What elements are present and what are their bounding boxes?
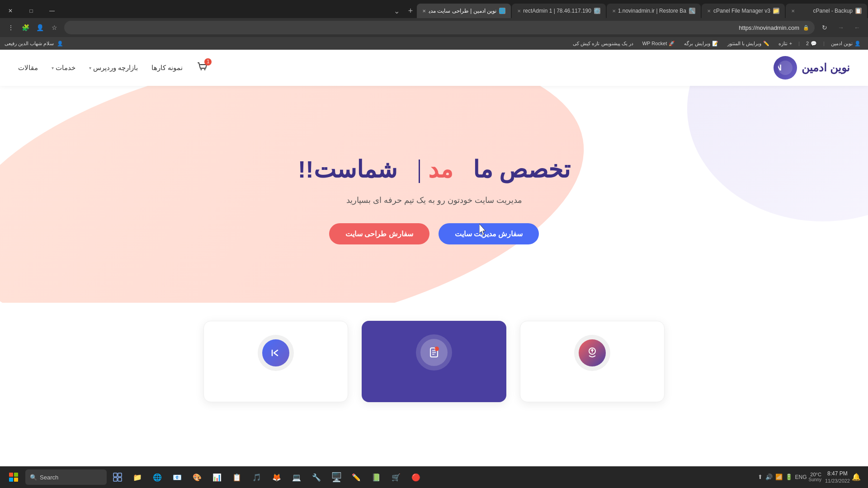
wifi-icon[interactable]: 📶 [775, 474, 783, 480]
profile-button[interactable]: 👤 [33, 21, 46, 34]
tab-1[interactable]: 📋 cPanel - Backup ✕ [786, 4, 867, 18]
card-1-icon-wrap [574, 335, 610, 371]
task-view-button[interactable] [108, 468, 127, 486]
nav-articles-label: مقالات [18, 64, 38, 72]
taskbar-app-files[interactable]: 📁 [128, 468, 146, 486]
back-button[interactable]: ← [851, 21, 863, 34]
admin-divider-2: | [798, 41, 800, 46]
svg-text:N: N [778, 63, 782, 72]
svg-text:!: ! [434, 347, 435, 351]
admin-bar-draft[interactable]: در یک پیشنویس تازه کیش کی [570, 40, 636, 47]
forward-button[interactable]: → [835, 21, 847, 34]
extensions-button[interactable]: 🧩 [19, 21, 32, 34]
taskbar-app-chrome[interactable]: 🌐 [148, 468, 166, 486]
admin-bar-new[interactable]: + نتازه [776, 40, 795, 47]
new-icon: + [789, 41, 792, 46]
nav-item-marketplace[interactable]: بازارچه وردپرس ▾ [89, 64, 138, 72]
taskbar-app-settings[interactable]: 🔧 [307, 468, 326, 486]
website-content: نوین ادمین N 1 [0, 50, 868, 463]
minimize-button[interactable]: — [42, 2, 62, 20]
tab-more-button[interactable]: ⌄ [392, 5, 402, 16]
tab-title-2: cPanel File Manager v3 [713, 8, 770, 14]
tab-close-2[interactable]: ✕ [707, 9, 711, 14]
taskbar-app-store[interactable]: 🛒 [387, 468, 405, 486]
tab-4[interactable]: ⚙️ 78.46.117.190 | DirectAdmin 1.... ✕ [512, 4, 606, 18]
tab-close-5[interactable]: ✕ [422, 9, 426, 14]
clock-time: 8:47 PM [825, 470, 850, 478]
hero-subtitle: مدیریت سایت خودتون رو به یک تیم حرفه ای … [298, 195, 570, 205]
site-logo[interactable]: نوین ادمین N [774, 56, 850, 80]
taskbar-app-terminal[interactable]: 💻 [288, 468, 306, 486]
clock[interactable]: 8:47 PM 11/23/2022 [825, 470, 850, 484]
tray-icon-2[interactable]: 🔊 [765, 474, 773, 480]
site-header: نوین ادمین N 1 [0, 50, 868, 86]
address-bar[interactable]: 🔒 https://novinadmin.com [64, 21, 815, 34]
window-controls: — □ ✕ [0, 2, 62, 20]
admin-bar-wprocket[interactable]: 🚀 WP Rocket [640, 40, 678, 47]
hero-section: تخصص ما مد شماست!! مدیریت سایت خودتون رو… [0, 86, 868, 303]
taskbar-app-edit[interactable]: ✏️ [347, 468, 365, 486]
admin-divider-1: | [823, 41, 825, 46]
taskbar-app-word[interactable]: 📋 [228, 468, 246, 486]
taskbar-app-music[interactable]: 🎵 [248, 468, 266, 486]
taskbar-app-dev[interactable]: 🖥️ [327, 468, 345, 486]
nav-services-label: خدمات [56, 64, 75, 72]
card-3-icon [262, 339, 289, 366]
order-management-button[interactable]: سفارش مدیریت سایت [439, 223, 539, 244]
tab-3[interactable]: 🔧 ns1.novinadmin.ir | Restore Ba... ✕ [607, 4, 701, 18]
refresh-button[interactable]: ↻ [818, 21, 831, 34]
svg-rect-14 [113, 478, 117, 481]
admin-bar-edit-page[interactable]: 📝 ویرایش برگه [681, 40, 721, 47]
svg-rect-10 [9, 478, 13, 482]
admin-bar-comments[interactable]: 💬 2 [803, 40, 820, 47]
svg-point-2 [201, 69, 202, 70]
admin-bar-greeting: 👤 سلام شهاب الدین رفیعی [5, 41, 63, 47]
search-icon: 🔍 [30, 474, 37, 481]
hero-background-blob-2 [687, 86, 868, 221]
admin-bar-elementor[interactable]: ✏️ ویرایش با المنتور [725, 40, 772, 47]
battery-icon[interactable]: 🔋 [785, 474, 793, 480]
close-window-button[interactable]: ✕ [0, 2, 21, 20]
tab-title-4: 78.46.117.190 | DirectAdmin 1.... [524, 8, 591, 14]
nav-item-portfolio[interactable]: نمونه کارها [151, 64, 183, 72]
order-design-button[interactable]: سفارش طراحی سایت [329, 223, 429, 244]
tab-5[interactable]: 🌐 نوین ادمین | طراحی سایت مدیر ✕ [417, 4, 511, 18]
tab-title-5: نوین ادمین | طراحی سایت مدیر [429, 8, 496, 14]
tab-favicon-2: 📁 [773, 8, 779, 14]
nav-item-articles[interactable]: مقالات [18, 64, 38, 72]
settings-button[interactable]: ⋮ [5, 21, 17, 34]
tab-close-3[interactable]: ✕ [612, 9, 616, 14]
hero-cursor [419, 160, 420, 183]
system-tray: ⬆ 🔊 📶 🔋 ENG 20°C Sunny 8:47 PM 11/23/202… [754, 470, 864, 484]
nav-item-cart[interactable]: 1 [196, 61, 209, 75]
tab-close-1[interactable]: ✕ [791, 9, 795, 14]
taskbar-app-mail[interactable]: 📧 [168, 468, 186, 486]
tab-close-4[interactable]: ✕ [517, 9, 521, 14]
services-dropdown-arrow: ▾ [52, 66, 54, 70]
hero-content: تخصص ما مد شماست!! مدیریت سایت خودتون رو… [298, 153, 570, 244]
taskbar-search[interactable]: 🔍 Search [25, 469, 107, 485]
tab-title-3: ns1.novinadmin.ir | Restore Ba... [618, 8, 686, 14]
cards-section: ! [0, 303, 868, 420]
tab-add-button[interactable]: + [404, 5, 417, 17]
taskbar-app-green[interactable]: 📗 [367, 468, 385, 486]
edit-page-icon: 📝 [712, 41, 718, 47]
nav-item-services[interactable]: خدمات ▾ [52, 64, 75, 72]
card-1 [520, 321, 665, 402]
cart-icon[interactable]: 1 [196, 61, 209, 75]
taskbar-app-paint[interactable]: 🎨 [188, 468, 206, 486]
hero-title-part2: شماست!! [298, 156, 397, 183]
start-button[interactable] [4, 467, 24, 487]
taskbar-app-excel[interactable]: 📊 [208, 468, 226, 486]
taskbar-app-red[interactable]: 🔴 [407, 468, 425, 486]
notification-icon[interactable]: 🔔 [852, 473, 861, 481]
admin-bar-user[interactable]: 👤 نوین ادمین [828, 40, 863, 47]
bookmark-button[interactable]: ☆ [48, 21, 61, 34]
hero-title-part1: تخصص ما [473, 156, 570, 183]
maximize-button[interactable]: □ [21, 2, 42, 20]
nav-actions: ☆ 👤 🧩 ⋮ [5, 21, 61, 34]
tray-icon-1[interactable]: ⬆ [758, 474, 763, 480]
language-indicator[interactable]: ENG [795, 474, 807, 480]
taskbar-app-firefox[interactable]: 🦊 [268, 468, 286, 486]
tab-2[interactable]: 📁 cPanel File Manager v3 ✕ [702, 4, 785, 18]
